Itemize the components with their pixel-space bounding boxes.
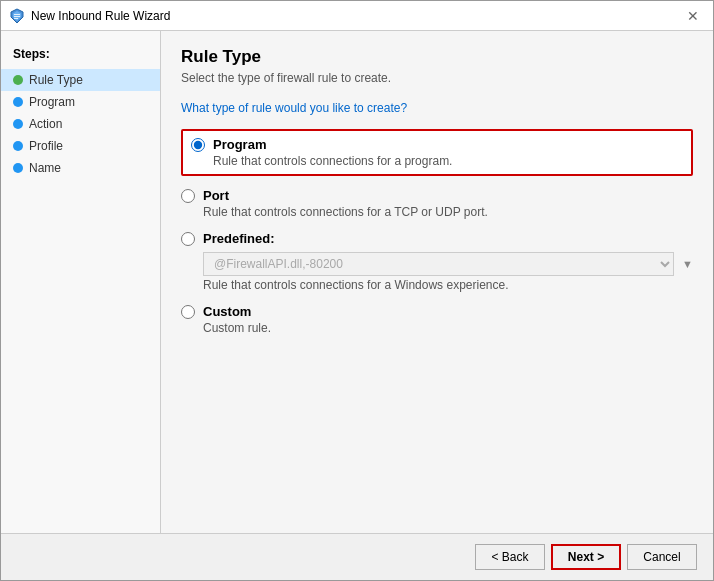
option-port-row: Port (181, 188, 693, 203)
steps-label: Steps: (1, 43, 160, 69)
sidebar-label-program: Program (29, 95, 75, 109)
sidebar-item-program[interactable]: Program (1, 91, 160, 113)
predefined-select[interactable]: @FirewallAPI.dll,-80200 (203, 252, 674, 276)
option-predefined: Predefined: @FirewallAPI.dll,-80200 ▼ Ru… (181, 231, 693, 292)
option-program: Program Rule that controls connections f… (181, 129, 693, 176)
dot-icon-name (13, 163, 23, 173)
wizard-window: New Inbound Rule Wizard ✕ Steps: Rule Ty… (0, 0, 714, 581)
title-bar: New Inbound Rule Wizard ✕ (1, 1, 713, 31)
option-program-desc: Rule that controls connections for a pro… (213, 154, 683, 168)
cancel-button[interactable]: Cancel (627, 544, 697, 570)
option-custom-label: Custom (203, 304, 251, 319)
option-custom-row: Custom (181, 304, 693, 319)
sidebar: Steps: Rule Type Program Action Profile … (1, 31, 161, 533)
option-port-label: Port (203, 188, 229, 203)
sidebar-label-profile: Profile (29, 139, 63, 153)
content-area: Steps: Rule Type Program Action Profile … (1, 31, 713, 533)
next-button[interactable]: Next > (551, 544, 621, 570)
back-button[interactable]: < Back (475, 544, 545, 570)
sidebar-item-action[interactable]: Action (1, 113, 160, 135)
page-title: Rule Type (181, 47, 693, 67)
radio-program[interactable] (191, 138, 205, 152)
page-subtitle: Select the type of firewall rule to crea… (181, 71, 693, 85)
option-custom: Custom Custom rule. (181, 304, 693, 335)
option-custom-desc: Custom rule. (203, 321, 693, 335)
dot-icon-action (13, 119, 23, 129)
dot-icon-rule-type (13, 75, 23, 85)
options-group: Program Rule that controls connections f… (181, 129, 693, 517)
question-text: What type of rule would you like to crea… (181, 101, 693, 115)
option-predefined-label: Predefined: (203, 231, 275, 246)
option-port-desc: Rule that controls connections for a TCP… (203, 205, 693, 219)
sidebar-item-name[interactable]: Name (1, 157, 160, 179)
svg-rect-3 (14, 16, 20, 17)
option-program-row: Program (191, 137, 683, 152)
svg-rect-2 (14, 14, 20, 15)
svg-rect-4 (14, 18, 18, 19)
sidebar-item-rule-type[interactable]: Rule Type (1, 69, 160, 91)
option-predefined-row: Predefined: (181, 231, 693, 246)
app-icon (9, 8, 25, 24)
radio-predefined[interactable] (181, 232, 195, 246)
option-predefined-desc: Rule that controls connections for a Win… (203, 278, 693, 292)
dot-icon-profile (13, 141, 23, 151)
sidebar-label-name: Name (29, 161, 61, 175)
dot-icon-program (13, 97, 23, 107)
option-program-label: Program (213, 137, 266, 152)
option-port: Port Rule that controls connections for … (181, 188, 693, 219)
footer: < Back Next > Cancel (1, 533, 713, 580)
close-button[interactable]: ✕ (681, 6, 705, 26)
sidebar-label-rule-type: Rule Type (29, 73, 83, 87)
window-title: New Inbound Rule Wizard (31, 9, 170, 23)
predefined-dropdown-row: @FirewallAPI.dll,-80200 ▼ (203, 252, 693, 276)
sidebar-label-action: Action (29, 117, 62, 131)
radio-port[interactable] (181, 189, 195, 203)
title-bar-left: New Inbound Rule Wizard (9, 8, 170, 24)
sidebar-item-profile[interactable]: Profile (1, 135, 160, 157)
main-panel: Rule Type Select the type of firewall ru… (161, 31, 713, 533)
radio-custom[interactable] (181, 305, 195, 319)
